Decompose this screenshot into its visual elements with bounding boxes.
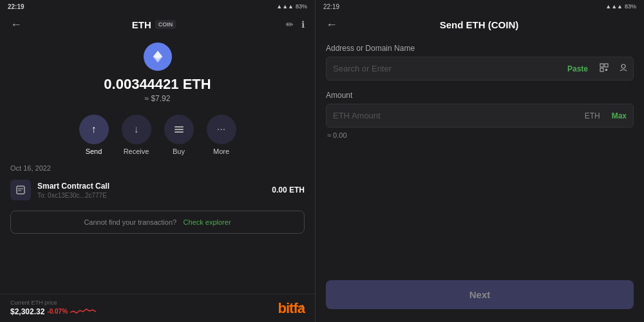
price-sparkline — [70, 306, 96, 317]
tx-details: Smart Contract Call To: 0xc13E30c...2c77… — [37, 182, 265, 199]
svg-rect-8 — [600, 64, 603, 67]
amount-input-row: ETH Max — [326, 104, 634, 128]
contacts-button[interactable] — [614, 58, 633, 79]
price-change: -0.07% — [47, 308, 68, 315]
action-buttons: ↑ Send ↓ Receive Buy ··· More — [0, 107, 315, 160]
buy-button[interactable]: Buy — [164, 115, 194, 155]
address-input[interactable] — [327, 57, 561, 80]
more-icon: ··· — [207, 115, 236, 144]
transaction-item[interactable]: Smart Contract Call To: 0xc13E30c...2c77… — [0, 175, 315, 205]
svg-rect-3 — [175, 129, 184, 130]
tx-address: To: 0xc13E30c...2c777E — [37, 192, 265, 199]
info-icon[interactable]: ℹ — [301, 19, 305, 30]
coin-logo-area: 0.00344421 ETH ≈ $7.92 — [0, 36, 315, 107]
time-right: 22:19 — [323, 3, 339, 10]
address-field-group: Address or Domain Name Paste — [326, 44, 634, 80]
send-icon: ↑ — [79, 115, 109, 144]
top-nav-right: ← Send ETH (COIN) — [316, 13, 644, 36]
next-button[interactable]: Next — [326, 280, 634, 309]
coin-title: ETH COIN — [132, 19, 176, 30]
status-bar-right: 22:19 ▲▲▲ 83% — [316, 0, 644, 13]
svg-point-12 — [621, 64, 625, 68]
eth-price-value: $2,302.32 -0.07% — [10, 306, 96, 317]
amount-label: Amount — [326, 91, 634, 100]
balance-usd: ≈ $7.92 — [145, 94, 171, 103]
svg-rect-5 — [17, 186, 24, 194]
more-label: More — [213, 147, 229, 155]
time-left: 22:19 — [8, 3, 24, 10]
currency-label: ETH — [580, 111, 605, 120]
signal-icon: ▲▲▲ — [276, 3, 294, 10]
receive-icon: ↓ — [122, 115, 151, 144]
max-button[interactable]: Max — [605, 106, 633, 126]
svg-rect-11 — [605, 69, 607, 71]
left-panel: 22:19 ▲▲▲ 83% ← ETH COIN ✏ ℹ 0.00344421 … — [0, 0, 316, 322]
qr-scan-button[interactable] — [594, 58, 614, 79]
date-label: Oct 16, 2022 — [0, 160, 315, 175]
buy-icon — [164, 115, 194, 144]
back-button-left[interactable]: ← — [10, 18, 22, 32]
eth-logo — [144, 43, 172, 71]
svg-rect-4 — [175, 131, 184, 133]
send-form: Address or Domain Name Paste — [316, 36, 644, 322]
amount-field-group: Amount ETH Max ≈ 0.00 — [326, 91, 634, 139]
svg-rect-10 — [600, 68, 603, 71]
edit-icon[interactable]: ✏ — [286, 19, 294, 30]
find-tx-text: Cannot find your transaction? — [84, 218, 176, 226]
more-button[interactable]: ··· More — [207, 115, 236, 155]
eth-price-label: Current ETH price — [10, 299, 96, 306]
paste-button[interactable]: Paste — [561, 59, 594, 79]
send-button[interactable]: ↑ Send — [79, 115, 109, 155]
address-label: Address or Domain Name — [326, 44, 634, 53]
check-explorer-link[interactable]: Check explorer — [184, 218, 231, 226]
find-tx-separator — [178, 216, 181, 228]
tx-title: Smart Contract Call — [37, 182, 265, 191]
svg-rect-9 — [605, 64, 608, 67]
status-bar-left: 22:19 ▲▲▲ 83% — [0, 0, 315, 13]
balance-amount: 0.00344421 ETH — [104, 76, 211, 93]
buy-label: Buy — [173, 147, 185, 155]
right-panel: 22:19 ▲▲▲ 83% ← Send ETH (COIN) Address … — [316, 0, 644, 322]
send-label: Send — [86, 147, 102, 155]
status-icons-left: ▲▲▲ 83% — [276, 3, 307, 10]
tx-amount: 0.00 ETH — [272, 185, 305, 194]
signal-icon-right: ▲▲▲ — [605, 3, 623, 10]
receive-button[interactable]: ↓ Receive — [122, 115, 151, 155]
eth-price-number: $2,302.32 — [10, 307, 44, 316]
back-button-right[interactable]: ← — [326, 18, 337, 32]
bottom-price-bar: Current ETH price $2,302.32 -0.07% ^ — [0, 294, 315, 322]
coin-badge: COIN — [155, 20, 176, 29]
address-input-row: Paste — [326, 57, 634, 80]
battery-icon: 83% — [296, 3, 307, 10]
eth-price-info: Current ETH price $2,302.32 -0.07% — [10, 299, 96, 317]
tx-icon — [10, 180, 31, 200]
status-icons-right: ▲▲▲ 83% — [605, 3, 636, 10]
amount-input[interactable] — [327, 104, 580, 127]
svg-rect-2 — [175, 126, 184, 128]
coin-name: ETH — [132, 19, 151, 30]
nav-icons: ✏ ℹ — [286, 19, 305, 30]
top-nav-left: ← ETH COIN ✏ ℹ — [0, 13, 315, 36]
find-tx-banner: Cannot find your transaction? Check expl… — [10, 211, 305, 234]
send-title: Send ETH (COIN) — [345, 19, 613, 30]
approx-value: ≈ 0.00 — [326, 131, 634, 139]
receive-label: Receive — [124, 147, 149, 155]
battery-icon-right: 83% — [625, 3, 636, 10]
bitfa-logo: bitfa — [278, 300, 305, 317]
